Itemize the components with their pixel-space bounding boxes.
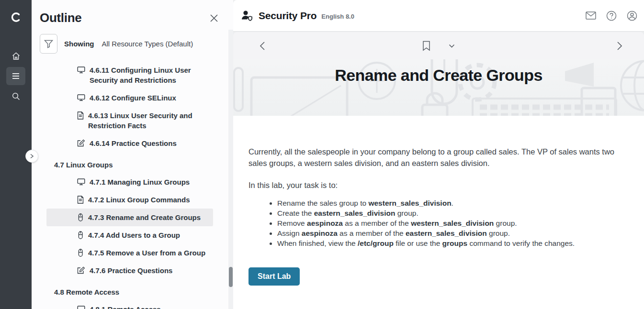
document-icon	[77, 196, 84, 204]
outline-item-label: 4.6.13 Linux User Security and Restricti…	[88, 110, 208, 131]
home-button[interactable]	[6, 47, 25, 65]
outline-menu-button[interactable]	[6, 67, 25, 85]
task-item: Create the eastern_sales_division group.	[277, 208, 629, 218]
outline-item[interactable]: 4.6.13 Linux User Security and Restricti…	[46, 107, 213, 134]
outline-section-header[interactable]: 4.7 Linux Groups	[46, 156, 213, 173]
outline-item-label: 4.6.14 Practice Questions	[90, 138, 177, 148]
outline-item-label: 4.6.12 Configure SELinux	[90, 93, 176, 103]
outline-item-label: 4.6.11 Configuring Linux User Security a…	[90, 65, 209, 85]
outline-item-label: 4.7.4 Add Users to a Group	[88, 230, 180, 240]
filter-label: Showing	[64, 40, 94, 48]
search-button[interactable]	[6, 87, 25, 105]
video-icon	[77, 178, 85, 186]
panel-expander-button[interactable]	[25, 150, 38, 163]
task-item: Rename the sales group to western_sales_…	[277, 198, 629, 208]
chevron-right-icon	[617, 41, 623, 51]
product-edition: English 8.0	[321, 13, 354, 20]
brand-c-logo[interactable]	[6, 8, 25, 27]
account-person-icon	[627, 11, 637, 21]
help-button[interactable]	[606, 11, 617, 21]
security-pro-logo-icon	[241, 10, 254, 22]
outline-tree: 4.6.11 Configuring Linux User Security a…	[32, 56, 233, 309]
lab-icon	[77, 213, 84, 221]
previous-lesson-button[interactable]	[256, 38, 268, 54]
lesson-toolbar	[233, 32, 644, 59]
filter-funnel-icon	[44, 39, 54, 49]
video-icon	[77, 94, 85, 101]
practice-icon	[77, 266, 85, 275]
bookmark-menu-button[interactable]	[446, 41, 458, 51]
next-lesson-button[interactable]	[614, 38, 626, 54]
product-header: Security Pro English 8.0	[233, 0, 644, 32]
outline-scrollbar-thumb[interactable]	[229, 267, 233, 287]
outline-item-label: 4.7.3 Rename and Create Groups	[88, 212, 201, 222]
task-list: Rename the sales group to western_sales_…	[277, 198, 629, 248]
app-root: Outline Showing All Resource Types (Defa…	[0, 0, 644, 309]
outline-item[interactable]: 4.7.2 Linux Group Commands	[46, 191, 213, 209]
outline-panel: Outline Showing All Resource Types (Defa…	[32, 0, 233, 309]
lesson-banner: Rename and Create Groups	[233, 59, 644, 116]
chevron-left-icon	[259, 41, 265, 51]
filter-value[interactable]: All Resource Types (Default)	[102, 40, 193, 48]
outline-item[interactable]: 4.8.1 Remote Access	[46, 300, 213, 309]
outline-item-label: 4.7.6 Practice Questions	[90, 265, 172, 276]
outline-item[interactable]: 4.7.5 Remove a User from a Group	[46, 244, 213, 262]
product-brand: Security Pro English 8.0	[241, 10, 354, 22]
document-icon	[77, 111, 84, 120]
main-area: Security Pro English 8.0	[233, 0, 644, 309]
outline-item-label: 4.7.2 Linux Group Commands	[88, 195, 190, 205]
start-lab-button[interactable]: Start Lab	[249, 267, 300, 286]
task-item: Remove aespinoza as a member of the west…	[277, 218, 629, 228]
outline-item[interactable]: 4.7.3 Rename and Create Groups	[46, 209, 213, 226]
outline-item[interactable]: 4.7.4 Add Users to a Group	[46, 226, 213, 244]
bookmark-icon	[422, 41, 430, 51]
lesson-content: Currently, all the salespeople in your c…	[233, 116, 644, 309]
task-intro: In this lab, your task is to:	[249, 180, 629, 191]
outline-item[interactable]: 4.6.12 Configure SELinux	[46, 89, 213, 107]
bookmark-button[interactable]	[419, 38, 433, 54]
close-icon	[209, 13, 219, 23]
product-name: Security Pro	[259, 10, 316, 22]
outline-item-label: 4.8.1 Remote Access	[90, 304, 161, 309]
lesson-title: Rename and Create Groups	[233, 66, 644, 85]
video-icon	[77, 66, 85, 74]
hamburger-menu-icon	[11, 73, 20, 79]
envelope-icon	[586, 11, 596, 20]
filter-button[interactable]	[40, 34, 57, 54]
outline-item-label: 4.7.1 Managing Linux Groups	[90, 177, 190, 187]
c-logo-icon	[9, 10, 23, 24]
outline-scrollbar[interactable]	[228, 30, 233, 309]
practice-icon	[77, 139, 85, 147]
scenario-paragraph: Currently, all the salespeople in your c…	[249, 146, 628, 169]
outline-item[interactable]: 4.6.14 Practice Questions	[46, 134, 213, 152]
lab-icon	[77, 249, 84, 257]
chevron-right-icon	[30, 154, 34, 159]
lab-icon	[77, 231, 84, 239]
outline-item[interactable]: 4.7.1 Managing Linux Groups	[46, 173, 213, 191]
outline-item[interactable]: 4.6.11 Configuring Linux User Security a…	[46, 61, 213, 89]
task-item: Assign aespinoza as a member of the east…	[277, 228, 629, 238]
messages-button[interactable]	[586, 11, 596, 20]
outline-item[interactable]: 4.7.6 Practice Questions	[46, 262, 213, 279]
video-icon	[77, 305, 85, 309]
question-circle-icon	[606, 11, 617, 21]
chevron-down-icon	[449, 44, 455, 48]
account-button[interactable]	[627, 11, 637, 21]
outline-item-label: 4.7.5 Remove a User from a Group	[88, 248, 205, 258]
outline-title: Outline	[40, 11, 81, 25]
close-outline-button[interactable]	[207, 11, 221, 25]
task-item: When finished, view the /etc/group file …	[277, 238, 629, 248]
home-icon	[11, 52, 21, 61]
search-icon	[11, 92, 21, 101]
outline-section-header[interactable]: 4.8 Remote Access	[46, 283, 213, 300]
